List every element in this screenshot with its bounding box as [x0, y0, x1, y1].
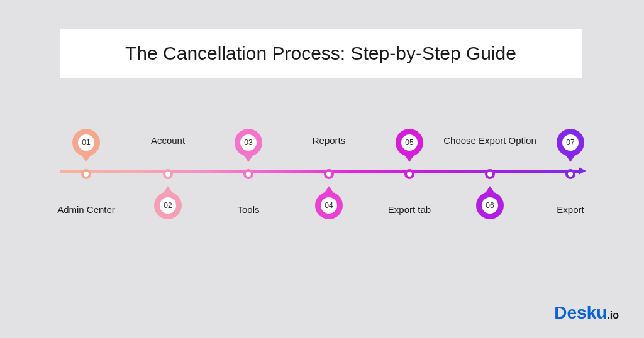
timeline-line [60, 170, 582, 173]
page-title: The Cancellation Process: Step-by-Step G… [125, 43, 516, 64]
step-dot-icon [404, 169, 414, 179]
step-dot-icon [565, 169, 575, 179]
step-number: 04 [321, 197, 337, 214]
step-pin-icon: 07 [557, 129, 584, 156]
title-container: The Cancellation Process: Step-by-Step G… [60, 29, 582, 78]
step-label: Account [151, 135, 185, 146]
step-label: Export [557, 204, 584, 215]
step-number: 03 [240, 134, 257, 151]
step-label: Reports [313, 135, 346, 146]
step-dot-icon [163, 169, 173, 179]
step-number: 07 [562, 134, 579, 151]
step-pin-icon: 01 [72, 129, 100, 156]
step-number: 06 [482, 197, 498, 214]
step-dot-icon [81, 169, 91, 179]
pin-tail-icon [163, 186, 173, 194]
step-pin-icon: 04 [315, 192, 343, 219]
step-dot-icon [485, 169, 495, 179]
step-pin-icon: 02 [154, 192, 182, 219]
step-number: 01 [78, 134, 94, 151]
step-pin-icon: 06 [476, 192, 504, 219]
timeline-arrow-icon [579, 167, 586, 175]
step-pin-icon: 03 [235, 129, 262, 156]
brand-name: Desku [554, 303, 607, 322]
brand-suffix: .io [607, 310, 619, 320]
step-dot-icon [324, 169, 334, 179]
pin-tail-icon [324, 186, 334, 194]
step-dot-icon [243, 169, 253, 179]
step-label: Export tab [388, 204, 431, 215]
pin-tail-icon [565, 155, 575, 162]
pin-tail-icon [404, 155, 414, 162]
pin-tail-icon [243, 155, 253, 162]
pin-tail-icon [81, 155, 91, 162]
step-label: Admin Center [57, 204, 115, 215]
step-label: Choose Export Option [443, 135, 536, 146]
step-number: 02 [160, 197, 176, 214]
timeline: 01Admin Center02Account03Tools04Reports0… [60, 170, 582, 173]
brand-logo: Desku.io [554, 303, 619, 323]
step-label: Tools [237, 204, 259, 215]
step-number: 05 [401, 134, 418, 151]
step-pin-icon: 05 [396, 129, 423, 156]
pin-tail-icon [485, 186, 495, 194]
